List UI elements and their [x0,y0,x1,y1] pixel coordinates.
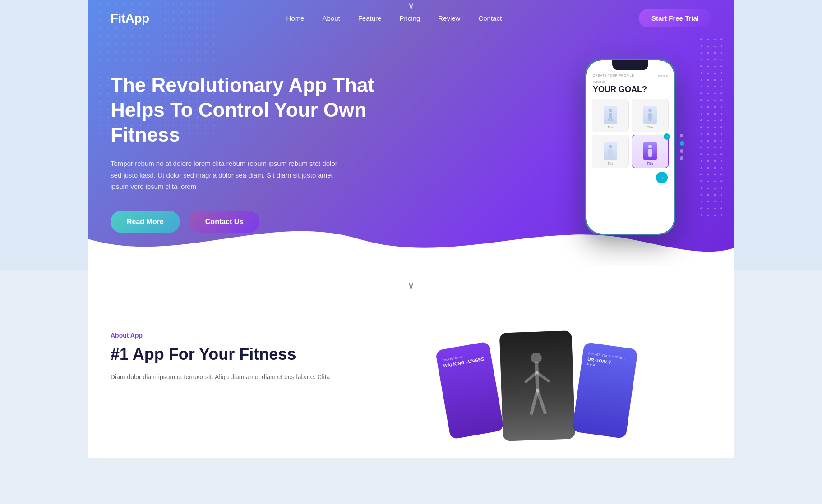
hero-title: The Revolutionary App That Helps To Cont… [111,73,381,147]
phone-dots [658,75,668,77]
scroll-chevron-icon[interactable]: ∨ [407,279,415,291]
phone-screen: CREATE YOUR PROFILE What is YOUR GOAL? [586,60,674,234]
phone-dot-4 [666,75,668,77]
nav-item-contact[interactable]: Contact [478,14,502,23]
svg-point-4 [648,109,652,112]
phone-goal-card-3[interactable]: Title [592,135,629,168]
phone-mockup-container: CREATE YOUR PROFILE What is YOUR GOAL? [585,59,675,235]
svg-rect-2 [608,119,610,121]
phone-next-button[interactable]: → [656,172,668,183]
about-section: About App #1 App For Your Fitness Diam d… [88,305,734,458]
phone-goal-card-1[interactable]: Title [592,99,629,132]
phone-dot-1 [658,75,660,77]
side-panel-right [734,0,822,270]
phone-outer: CREATE YOUR PROFILE What is YOUR GOAL? [585,59,675,235]
svg-line-12 [537,390,545,412]
nav-link-about[interactable]: About [322,14,340,22]
nav-link-pricing[interactable]: Pricing [399,14,420,22]
svg-point-5 [609,145,612,148]
contact-us-button[interactable]: Contact Us [189,211,259,233]
phone-goal-grid: Title Title [591,99,670,168]
app-card-center [499,330,575,441]
about-description: Diam dolor diam ipsum et tempor sit. Ali… [111,372,336,383]
start-free-trial-button[interactable]: Start Free Trial [639,9,711,27]
nav-item-feature[interactable]: Feature [358,14,382,23]
phone-bottom: → [591,168,670,183]
phone-goal-card-2[interactable]: Title [632,99,669,132]
phone-notch [612,60,648,70]
nav-link-home[interactable]: Home [286,14,304,22]
phone-dot-3 [663,75,665,77]
phone-goal-figure-2 [643,106,657,124]
about-label: About App [111,332,336,339]
hero-text-block: The Revolutionary App That Helps To Cont… [111,64,381,233]
navbar: FitApp Home About Feature Pricing Review [88,0,734,37]
nav-item-about[interactable]: About [322,14,340,23]
hero-buttons: Read More Contact Us [111,211,381,233]
phone-profile-label: CREATE YOUR PROFILE [593,74,634,77]
phone-goal-card-4[interactable]: ✓ Title [632,135,669,168]
svg-line-8 [536,363,537,390]
phone-goal-figure-1 [604,106,617,124]
phone-card-label-1: Title [608,126,614,129]
phone-card-label-4: Title [647,162,653,165]
svg-rect-1 [609,113,612,119]
phone-header: CREATE YOUR PROFILE [591,74,670,77]
about-text-col: About App #1 App For Your Fitness Diam d… [111,332,336,383]
phone-card-label-2: Title [647,126,653,129]
phone-goal-title: YOUR GOAL? [591,85,670,94]
app-card-right: CREATE YOUR PROFILE UR GOAL? [572,342,638,439]
phone-goal-intro: What is [591,80,670,84]
nav-dot-indicator-1[interactable] [680,134,683,137]
hero-subtitle: Tempor rebum no at dolore lorem clita re… [111,158,345,192]
app-cards-preview: Back to Home WALKING LUNGES [443,332,632,458]
hero-section: ∨ FitApp Home About Feature Pricing Revi… [88,0,734,266]
nav-dot-indicator-4[interactable] [680,156,683,160]
nav-dot-indicator-3[interactable] [680,149,683,153]
nav-links: Home About Feature Pricing Review Contac… [286,14,502,23]
nav-link-contact[interactable]: Contact [478,14,502,22]
scroll-chevron-section: ∨ [88,266,734,305]
svg-rect-3 [611,119,613,121]
page-wrapper: ∨ FitApp Home About Feature Pricing Revi… [0,0,822,458]
nav-dot-indicator-2[interactable] [680,141,684,146]
nav-item-pricing[interactable]: Pricing [399,14,420,23]
nav-link-review[interactable]: Review [438,14,460,22]
phone-goal-figure-3 [604,142,617,160]
side-panel-left [0,0,88,270]
phone-card-check-icon: ✓ [664,133,670,140]
svg-point-6 [648,145,652,148]
about-title: #1 App For Your Fitness [111,344,336,364]
svg-point-0 [609,109,612,112]
hero-content: The Revolutionary App That Helps To Cont… [88,37,734,235]
nav-link-feature[interactable]: Feature [358,14,382,22]
read-more-button[interactable]: Read More [111,211,180,233]
brand-logo: FitApp [111,11,149,26]
app-card-left: Back to Home WALKING LUNGES [435,341,504,440]
phone-card-label-3: Title [608,162,614,165]
phone-dot-2 [660,75,662,77]
nav-item-home[interactable]: Home [286,14,304,23]
phone-goal-figure-4 [643,142,657,160]
nav-dots-right [680,134,684,160]
about-image-col: Back to Home WALKING LUNGES [363,332,711,458]
nav-item-review[interactable]: Review [438,14,460,23]
